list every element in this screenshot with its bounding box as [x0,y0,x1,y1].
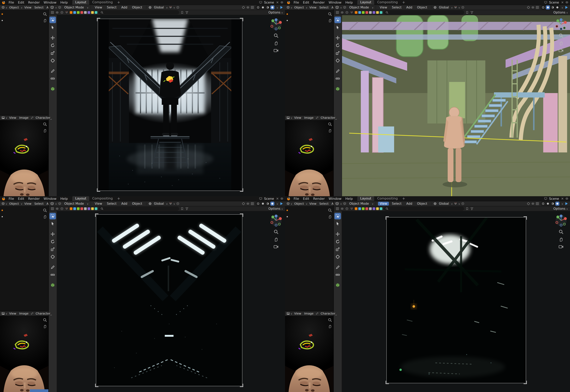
zoom-icon[interactable] [273,33,279,38]
cursor-tool[interactable] [334,220,341,227]
scale-tool[interactable] [334,246,341,252]
snap-magnet-icon[interactable] [350,207,353,210]
snap-increment-icon[interactable] [56,207,59,210]
transform-pivot-icon[interactable] [336,11,339,14]
mode-dropdown[interactable]: Object Mode [348,5,371,9]
cursor-tool[interactable] [49,220,56,227]
editor-type-icon[interactable] [1,202,5,205]
mode-dropdown[interactable]: Object Mode [348,202,371,206]
xray-toggle-icon[interactable] [251,6,254,9]
editor-type-icon[interactable] [50,5,54,9]
add-workspace-button[interactable]: + [116,0,122,5]
menu-window[interactable]: Window [42,0,58,4]
bookmark-icon[interactable] [465,207,469,210]
menu-view[interactable]: View [23,202,32,206]
camera-view-icon[interactable] [273,244,279,249]
image-editor-canvas[interactable] [0,316,48,392]
render-play-icon[interactable] [279,202,283,206]
snap-increment-icon[interactable] [341,207,344,210]
snap-magnet-icon[interactable] [454,202,457,205]
menu-image[interactable]: Image [18,116,29,120]
tab-compositing[interactable]: Compositing [89,196,116,201]
image-editor-canvas[interactable] [285,120,334,196]
render-play-icon[interactable] [279,5,283,10]
annotate-tool[interactable] [49,68,56,74]
shading-solid-button[interactable] [261,5,265,10]
zoom-icon[interactable] [328,12,332,16]
link-icon[interactable] [315,116,319,119]
mini-icon[interactable] [380,207,382,210]
tool-search-field[interactable] [99,11,179,14]
viewport-menu-object[interactable]: Object [415,202,429,206]
pan-hand-icon[interactable] [558,40,564,46]
proportional-editing-icon[interactable] [176,6,180,9]
close-icon[interactable] [276,1,279,4]
pan-hand-icon[interactable] [328,214,332,219]
zoom-icon[interactable] [43,122,47,126]
mini-icon[interactable] [73,11,76,14]
shading-solid-button[interactable] [261,202,265,206]
menu-view[interactable]: View [293,311,302,315]
tool-search-field[interactable] [384,207,464,211]
viewport-menu-view[interactable]: View [378,5,389,9]
menu-help[interactable]: Help [59,0,70,4]
options-dropdown[interactable]: Options ∨ [268,11,283,14]
shading-solid-button[interactable] [546,5,550,10]
zoom-icon[interactable] [43,12,47,16]
secondary-3d-viewport[interactable] [0,10,48,115]
menu-view[interactable]: View [308,5,317,9]
shading-material-button[interactable] [265,5,270,10]
show-overlays-icon[interactable] [531,202,535,205]
close-icon[interactable] [276,197,279,200]
show-overlays-icon[interactable] [246,6,250,9]
scene-name[interactable]: Scene [548,0,560,4]
move-tool[interactable] [49,35,56,41]
menu-select[interactable]: Select [33,5,45,9]
orientation-globe-icon[interactable] [148,6,152,9]
scene-name[interactable]: Scene [548,197,560,200]
mode-dropdown[interactable]: Object Mode [62,5,86,9]
shading-rendered-button[interactable] [270,202,275,206]
filter-funnel-icon[interactable] [470,11,473,14]
snap-magnet-icon[interactable] [350,11,353,14]
mini-icon[interactable] [77,207,80,210]
menu-render[interactable]: Render [26,197,42,201]
editor-type-icon[interactable] [335,202,339,206]
mini-icon[interactable] [355,207,357,210]
tool-search-field[interactable] [99,207,179,211]
options-dropdown[interactable]: Options ∨ [553,207,568,210]
orientation-globe-icon[interactable] [433,6,437,9]
close-icon[interactable] [561,197,564,200]
link-icon[interactable] [315,312,319,315]
show-overlays-icon[interactable] [531,6,535,9]
box-select-tool[interactable] [334,17,341,23]
pan-hand-icon[interactable] [43,128,47,133]
show-gizmo-icon[interactable] [527,6,530,9]
orientation-gizmo[interactable] [270,18,283,31]
image-datablock-name[interactable]: Character_ [35,311,53,315]
box-select-tool[interactable] [49,213,56,219]
editor-type-icon[interactable] [287,202,290,205]
mini-icon[interactable] [95,11,97,14]
transform-tool[interactable] [49,57,56,64]
mini-icon[interactable] [88,207,90,210]
transform-orientation-dropdown[interactable]: Global [438,202,450,206]
shading-material-button[interactable] [551,5,555,10]
zoom-icon[interactable] [328,318,332,322]
pan-hand-icon[interactable] [328,18,332,23]
zoom-icon[interactable] [43,318,47,322]
transform-tool[interactable] [334,253,341,260]
show-gizmo-icon[interactable] [242,202,245,205]
mini-icon[interactable] [70,207,72,210]
zoom-icon[interactable] [273,229,279,235]
shading-solid-button[interactable] [546,202,550,206]
view-layer-icon[interactable] [565,197,569,200]
pan-hand-icon[interactable] [558,237,564,242]
menu-add-truncated[interactable]: A [330,5,334,9]
3d-viewport[interactable] [342,15,570,196]
mini-icon[interactable] [95,207,97,210]
mini-icon[interactable] [380,11,382,14]
orientation-globe-icon[interactable] [433,202,437,205]
rotate-tool[interactable] [334,42,341,49]
filter-funnel-icon[interactable] [185,11,189,14]
